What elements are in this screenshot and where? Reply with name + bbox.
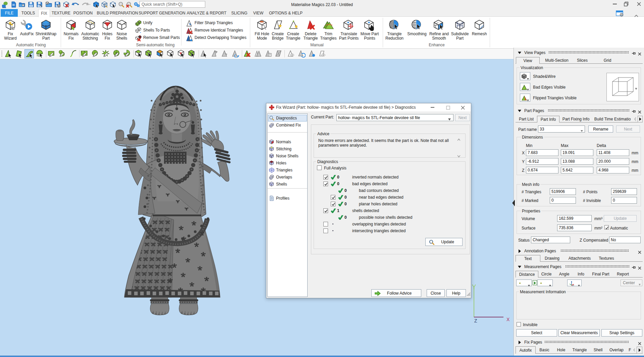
svg-text:xyz: xyz [572, 284, 574, 286]
